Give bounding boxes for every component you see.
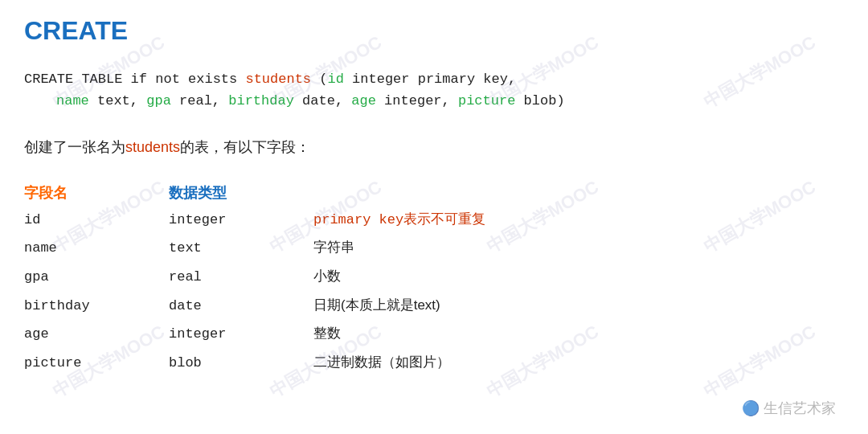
code-name-type: text, bbox=[89, 93, 146, 108]
code-line-2: name text, gpa real, birthday date, age … bbox=[24, 90, 844, 112]
table-row: gpa real 小数 bbox=[24, 264, 844, 290]
type-birthday: date bbox=[169, 294, 313, 319]
code-col-gpa: gpa bbox=[146, 93, 171, 108]
code-keyword: CREATE TABLE if not exists bbox=[24, 72, 245, 87]
code-gpa-type: real, bbox=[171, 93, 228, 108]
code-col-id: id bbox=[327, 72, 343, 87]
code-birthday-type: date, bbox=[294, 93, 351, 108]
field-id: id bbox=[24, 208, 169, 233]
code-col-age: age bbox=[351, 93, 376, 108]
code-line-1: CREATE TABLE if not exists students (id … bbox=[24, 68, 844, 90]
code-age-type: integer, bbox=[376, 93, 458, 108]
type-gpa: real bbox=[169, 265, 313, 290]
code-col-picture: picture bbox=[458, 93, 515, 108]
code-col-birthday: birthday bbox=[228, 93, 294, 108]
field-picture: picture bbox=[24, 351, 169, 376]
field-birthday: birthday bbox=[24, 294, 169, 319]
desc-suffix: 的表，有以下字段： bbox=[180, 139, 310, 155]
table-row: birthday date 日期(本质上就是text) bbox=[24, 293, 844, 319]
code-table-name: students bbox=[245, 72, 311, 87]
table-row: picture blob 二进制数据（如图片） bbox=[24, 350, 844, 376]
code-col-name: name bbox=[56, 93, 89, 108]
type-name: text bbox=[169, 236, 313, 261]
note-id-text: primary key表示不可重复 bbox=[313, 212, 485, 227]
note-name: 字符串 bbox=[313, 235, 844, 260]
note-gpa: 小数 bbox=[313, 264, 844, 289]
field-name: name bbox=[24, 236, 169, 261]
header-note bbox=[313, 183, 844, 203]
code-id-type: integer primary key, bbox=[344, 72, 516, 87]
page-title: CREATE bbox=[24, 16, 844, 46]
table-row: age integer 整数 bbox=[24, 321, 844, 347]
note-id: primary key表示不可重复 bbox=[313, 207, 844, 233]
note-picture: 二进制数据（如图片） bbox=[313, 350, 844, 375]
desc-prefix: 创建了一张名为 bbox=[24, 139, 125, 155]
code-block: CREATE TABLE if not exists students (id … bbox=[24, 68, 844, 112]
table-header-row: 字段名 数据类型 bbox=[24, 183, 844, 203]
brand-watermark: 🔵 生信艺术家 bbox=[742, 399, 836, 418]
table-row: name text 字符串 bbox=[24, 235, 844, 261]
description: 创建了一张名为students的表，有以下字段： bbox=[24, 134, 844, 160]
type-id: integer bbox=[169, 208, 313, 233]
table-row: id integer primary key表示不可重复 bbox=[24, 207, 844, 233]
field-age: age bbox=[24, 322, 169, 347]
type-picture: blob bbox=[169, 351, 313, 376]
type-age: integer bbox=[169, 322, 313, 347]
header-field-name: 字段名 bbox=[24, 183, 169, 203]
note-age: 整数 bbox=[313, 321, 844, 346]
desc-table-name: students bbox=[125, 139, 180, 155]
header-data-type: 数据类型 bbox=[169, 183, 313, 203]
code-paren-open: ( bbox=[311, 72, 327, 87]
code-picture-type: blob) bbox=[515, 93, 564, 108]
field-table: 字段名 数据类型 id integer primary key表示不可重复 na… bbox=[24, 183, 844, 376]
field-gpa: gpa bbox=[24, 265, 169, 290]
note-birthday: 日期(本质上就是text) bbox=[313, 293, 844, 318]
